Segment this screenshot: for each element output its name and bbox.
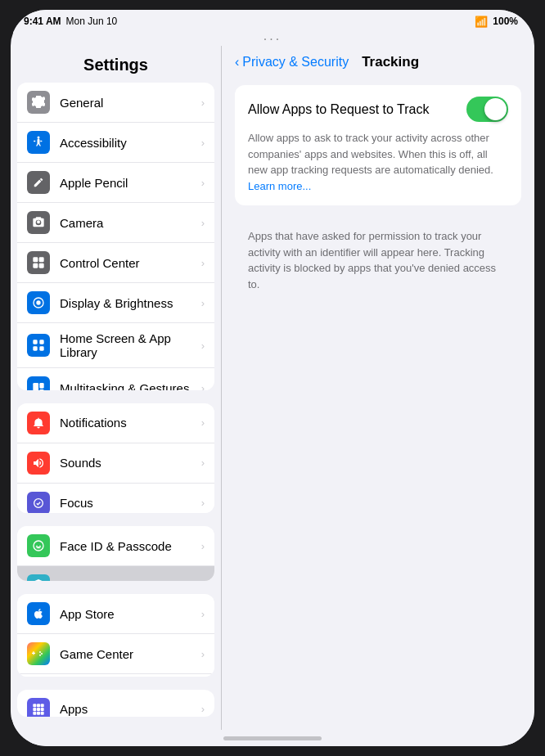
sidebar-item-multitasking[interactable]: Multitasking & Gestures › [17, 368, 214, 390]
apple-pencil-label: Apple Pencil [60, 176, 201, 190]
toggle-knob [484, 98, 507, 120]
sidebar-item-control-center[interactable]: Control Center › [17, 243, 214, 283]
privacy-icon [27, 574, 50, 581]
settings-group-2: Notifications › Sounds › Focus › [17, 403, 214, 514]
sounds-icon [27, 452, 50, 475]
device-frame: 9:41 AM Mon Jun 10 📶 100% ··· Settings G… [11, 10, 534, 746]
sidebar-item-general[interactable]: General › [17, 83, 214, 123]
wifi-icon: 📶 [475, 16, 488, 28]
sidebar-item-faceid[interactable]: Face ID & Passcode › [17, 526, 214, 566]
sidebar-item-wallet[interactable]: Wallet & Apple Pay › [17, 674, 214, 677]
tracking-description: Allow apps to ask to track your activity… [248, 130, 508, 194]
notifications-label: Notifications [60, 416, 201, 430]
svg-rect-11 [39, 389, 43, 390]
settings-group-4: App Store › Game Center › Wallet & Apple… [17, 594, 214, 677]
toggle-row: Allow Apps to Request to Track [248, 97, 508, 122]
accessibility-icon [27, 131, 50, 154]
gamecenter-label: Game Center [60, 647, 201, 661]
svg-rect-12 [33, 704, 36, 707]
control-center-label: Control Center [60, 256, 201, 270]
allow-tracking-toggle[interactable] [466, 97, 508, 122]
settings-group-3: Face ID & Passcode › Privacy & Security … [17, 526, 214, 581]
svg-point-0 [38, 137, 40, 139]
detail-panel: ‹ Privacy & Security Tracking Allow Apps… [222, 46, 534, 730]
svg-rect-8 [39, 346, 43, 350]
notifications-icon [27, 412, 50, 434]
svg-rect-1 [33, 257, 38, 262]
sidebar-item-accessibility[interactable]: Accessibility › [17, 123, 214, 163]
svg-rect-17 [41, 708, 44, 711]
display-label: Display & Brightness [60, 296, 201, 310]
svg-rect-3 [33, 263, 38, 268]
detail-page-title: Tracking [362, 54, 419, 70]
faceid-label: Face ID & Passcode [60, 539, 201, 553]
back-arrow-icon[interactable]: ‹ [235, 55, 239, 70]
control-center-icon [27, 251, 50, 274]
svg-rect-15 [33, 708, 36, 711]
main-layout: Settings General › Accessibility › [11, 46, 534, 730]
svg-rect-16 [37, 708, 40, 711]
svg-rect-14 [41, 704, 44, 707]
svg-rect-4 [39, 263, 44, 268]
sidebar-item-focus[interactable]: Focus › [17, 484, 214, 514]
sidebar-item-display[interactable]: Display & Brightness › [17, 283, 214, 323]
sidebar-item-appstore[interactable]: App Store › [17, 594, 214, 634]
svg-rect-20 [41, 712, 44, 715]
svg-rect-2 [39, 257, 44, 262]
camera-label: Camera [60, 216, 201, 230]
appstore-label: App Store [60, 607, 201, 621]
sidebar-item-notifications[interactable]: Notifications › [17, 403, 214, 443]
general-label: General [60, 96, 201, 110]
status-time: 9:41 AM [24, 16, 61, 27]
home-bar [223, 736, 322, 740]
sidebar-item-homescreen[interactable]: Home Screen & App Library › [17, 323, 214, 368]
sidebar-title: Settings [11, 46, 221, 83]
sidebar-item-apps[interactable]: Apps › [17, 690, 214, 717]
status-date: Mon Jun 10 [66, 16, 118, 27]
apple-pencil-icon [27, 171, 50, 194]
multitasking-icon [27, 376, 50, 390]
display-icon [27, 291, 50, 314]
sidebar: Settings General › Accessibility › [11, 46, 222, 730]
sidebar-item-privacy[interactable]: Privacy & Security › [17, 566, 214, 581]
sidebar-item-camera[interactable]: Camera › [17, 203, 214, 243]
apps-label: Apps [60, 702, 201, 716]
general-chevron: › [201, 97, 205, 109]
detail-content: Allow Apps to Request to Track Allow app… [222, 79, 534, 315]
svg-rect-18 [33, 712, 36, 715]
tracking-toggle-card: Allow Apps to Request to Track Allow app… [235, 85, 521, 205]
svg-rect-10 [39, 383, 43, 389]
apps-icon [27, 698, 50, 717]
multitasking-label: Multitasking & Gestures [60, 381, 201, 390]
top-dots: ··· [11, 33, 534, 46]
battery-icon: 100% [493, 16, 518, 27]
gamecenter-icon [27, 642, 50, 665]
svg-rect-6 [39, 340, 43, 344]
privacy-label: Privacy & Security [60, 579, 201, 581]
sidebar-item-apple-pencil[interactable]: Apple Pencil › [17, 163, 214, 203]
settings-group-5: Apps › [17, 690, 214, 717]
svg-rect-13 [37, 704, 40, 707]
focus-icon [27, 492, 50, 514]
home-indicator [11, 730, 534, 746]
homescreen-label: Home Screen & App Library [60, 331, 201, 359]
svg-rect-19 [37, 712, 40, 715]
back-label[interactable]: Privacy & Security [242, 55, 349, 70]
accessibility-label: Accessibility [60, 136, 201, 150]
sounds-label: Sounds [60, 456, 201, 470]
status-bar: 9:41 AM Mon Jun 10 📶 100% [11, 10, 534, 33]
svg-rect-7 [33, 346, 37, 350]
toggle-label: Allow Apps to Request to Track [248, 102, 466, 117]
general-icon [27, 91, 50, 114]
appstore-icon [27, 602, 50, 625]
faceid-icon [27, 534, 50, 557]
sidebar-item-sounds[interactable]: Sounds › [17, 443, 214, 484]
learn-more-link[interactable]: Learn more... [248, 180, 311, 192]
focus-label: Focus [60, 496, 201, 510]
sidebar-item-game-center[interactable]: Game Center › [17, 634, 214, 674]
svg-rect-5 [33, 340, 37, 344]
settings-group-1: General › Accessibility › Apple Pencil › [17, 83, 214, 390]
status-right: 📶 100% [475, 16, 518, 28]
camera-icon [27, 211, 50, 234]
homescreen-icon [27, 334, 50, 357]
